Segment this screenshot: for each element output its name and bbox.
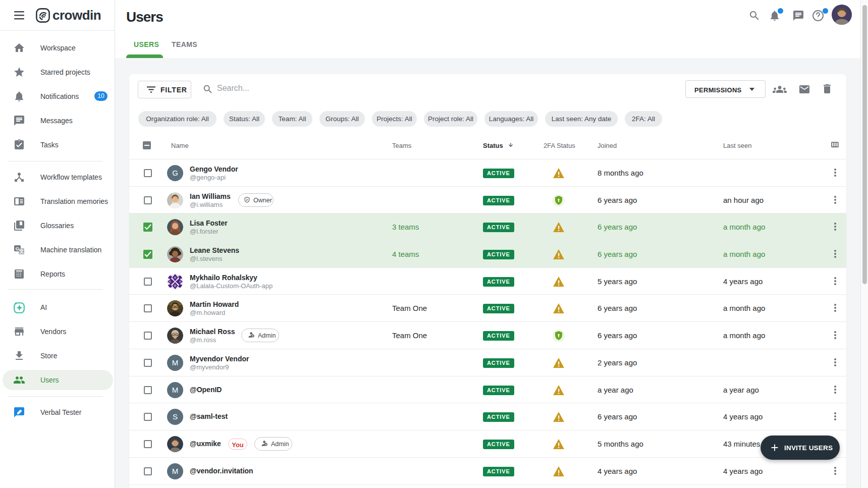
svg-text:文: 文	[19, 248, 24, 254]
